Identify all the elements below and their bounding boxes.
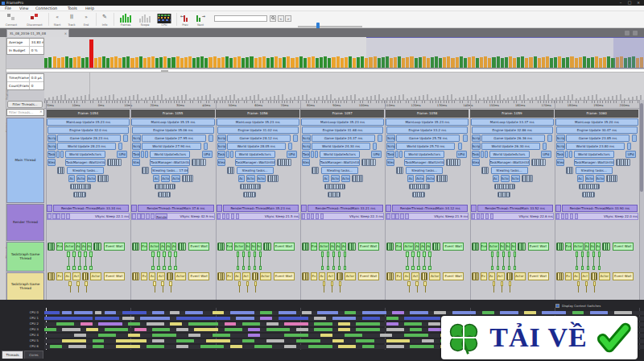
span-actor[interactable]: Acto — [87, 175, 96, 182]
span-small[interactable] — [565, 151, 568, 158]
span-render-threadmain[interactable]: RenderThread::ThreadMain 33.34 ms — [53, 205, 129, 212]
frame-bar[interactable] — [85, 57, 89, 68]
span-actor[interactable]: Actor — [175, 272, 186, 280]
span-actor[interactable]: Ac — [149, 272, 155, 280]
tabstrip-scroll-button[interactable] — [633, 31, 638, 35]
span-event-wait[interactable]: Event Wait — [613, 272, 634, 280]
span-render-threadmain[interactable]: RenderThread::ThreadMain 33.52 ms — [477, 205, 553, 212]
span-small[interactable] — [373, 143, 377, 150]
frame-bar[interactable] — [312, 56, 315, 68]
span-actor[interactable]: Ac — [573, 272, 580, 280]
span-actor[interactable]: Ac — [166, 243, 171, 251]
frame-bar[interactable] — [341, 58, 344, 68]
context-switches-checkbox[interactable] — [555, 304, 559, 308]
span-actor[interactable]: Acto — [596, 175, 605, 182]
menu-help[interactable]: Help — [85, 6, 94, 11]
span-game-update[interactable]: Game Update 23.85 ms — [566, 135, 630, 142]
span-event[interactable]: Ev — [565, 272, 572, 280]
span-actor[interactable]: Ac — [511, 243, 516, 251]
span-script[interactable]: Scrip — [47, 143, 56, 150]
span-engine-update[interactable]: Engine Update 35.06 ms — [132, 127, 213, 134]
span-mainloop-update[interactable]: MainLoop Update 35.23 ms — [386, 118, 469, 126]
span-upd[interactable]: UPd — [202, 151, 213, 158]
span-small[interactable] — [481, 151, 484, 158]
span-render-small[interactable] — [471, 205, 477, 212]
minimize-button[interactable]: – — [617, 0, 625, 6]
span-render-threadmain[interactable]: RenderThread::ThreadMain 37.6 ms — [138, 205, 213, 212]
scope-view-button[interactable]: Scope — [137, 13, 153, 27]
span-upd[interactable]: UPd — [117, 151, 127, 158]
span-steal[interactable]: Stea — [47, 159, 56, 166]
span-render-threadmain[interactable]: RenderThread::ThreadMain 35.23 ms — [223, 205, 299, 212]
span-event-wait[interactable]: Event Wait — [188, 272, 209, 280]
span-script[interactable]: Scrip — [217, 143, 226, 150]
span-event[interactable]: Eve — [565, 243, 572, 251]
span-actor[interactable]: Ac — [420, 243, 425, 251]
scope-threshold-slider[interactable] — [298, 26, 362, 27]
frame-bar[interactable] — [221, 57, 225, 68]
span-actor[interactable]: Actor — [234, 243, 245, 251]
end-button[interactable]: » End — [80, 13, 93, 27]
span-actor[interactable]: Ac — [336, 243, 341, 251]
frame-bar-over-budget[interactable] — [89, 39, 93, 68]
span-vsync-sleep[interactable]: VSync Sleep 22.3 ms — [339, 213, 383, 220]
span-vsync-sleep[interactable]: VSync Sleep 22.6 ms — [509, 213, 553, 220]
frame-header[interactable]: Frame: 1056 — [216, 110, 299, 118]
span-taskmanager-wait[interactable]: TaskManager::WaitUntilAll — [404, 159, 444, 166]
span-vsync-sleep[interactable]: VSync Sleep 21.5 ms — [254, 213, 299, 220]
span-actor[interactable]: Act — [327, 272, 335, 280]
splitter-handle[interactable] — [161, 70, 168, 72]
span-taskmanager-wait[interactable]: TaskManager::WaitUntilAll — [320, 159, 360, 166]
frame-bar[interactable] — [188, 56, 192, 68]
frame-bar[interactable] — [316, 58, 319, 68]
span-event-wait[interactable]: Event Wait — [358, 272, 379, 280]
span-render-small[interactable] — [131, 205, 137, 212]
span-actor[interactable]: Ac — [64, 272, 71, 280]
span-steal[interactable]: Stea — [302, 159, 310, 166]
span-actor[interactable]: Acto — [511, 175, 520, 182]
tab-threads[interactable]: Threads — [2, 351, 23, 359]
span-task[interactable]: Task — [302, 151, 310, 158]
span-actor[interactable]: Ac — [81, 243, 86, 251]
vscroll-thumb[interactable] — [640, 103, 643, 192]
frame-bar[interactable] — [361, 56, 364, 68]
frame-bar[interactable] — [69, 58, 72, 68]
span-mainloop-update[interactable]: MainLoop Update 35.15 ms — [131, 118, 214, 126]
frame-bar[interactable] — [130, 58, 134, 68]
frame-header[interactable]: Frame: 1054 — [47, 110, 130, 118]
span-actor[interactable]: Ac — [246, 243, 250, 251]
frame-bar[interactable] — [208, 57, 212, 68]
span-actor[interactable]: Actor — [149, 243, 159, 251]
thread-timeline[interactable]: Frame: 1054MainLoop Update 35.23 msEngin… — [6, 100, 639, 300]
span-actor[interactable]: Act — [411, 272, 419, 280]
frame-bar[interactable] — [118, 58, 122, 68]
span-small[interactable] — [293, 135, 298, 142]
span-small[interactable] — [315, 151, 318, 158]
frame-header[interactable]: Frame: 1059 — [470, 110, 554, 118]
span-event[interactable]: Ev — [226, 272, 233, 280]
span-world-update-actors[interactable]: World UpdateActors — [404, 151, 444, 158]
span-game-update[interactable]: Game Update 25.78 ms — [396, 135, 460, 142]
span-vsync-sleep[interactable]: VSync Sleep 42.9 ms — [169, 213, 213, 220]
span-game-update[interactable]: Game Update 28.23 ms — [57, 135, 121, 142]
span-actor[interactable]: Actor — [514, 272, 526, 280]
menu-file[interactable]: File — [5, 6, 11, 11]
span-small[interactable] — [226, 151, 229, 158]
span-task[interactable]: Task — [47, 151, 56, 158]
span-vsync-sleep[interactable]: VSync Sleep 21.9 ms — [423, 213, 468, 220]
close-button[interactable]: × — [634, 0, 642, 6]
span-event-wait[interactable]: Event Wait — [358, 243, 379, 251]
span-world-update-actors[interactable]: World UpdateActors — [574, 151, 614, 158]
frame-bar[interactable] — [147, 57, 151, 68]
span-world-update[interactable]: World Update 25.70 ms — [396, 143, 455, 150]
span-event-wait[interactable]: Event Wait — [443, 243, 464, 251]
span-actor[interactable]: Ac — [500, 243, 505, 251]
span-script[interactable]: Scrip — [556, 135, 565, 142]
span-event[interactable]: Ev — [56, 272, 63, 280]
tab-cores[interactable]: Cores — [24, 351, 43, 359]
span-engine-update[interactable]: Engine Update 32.86 ms — [472, 127, 553, 134]
span-script[interactable]: Scrip — [47, 135, 56, 142]
span-actor[interactable]: Actor — [489, 243, 499, 251]
span-task[interactable]: Task — [132, 151, 140, 158]
menu-tools[interactable]: Tools — [68, 6, 77, 11]
